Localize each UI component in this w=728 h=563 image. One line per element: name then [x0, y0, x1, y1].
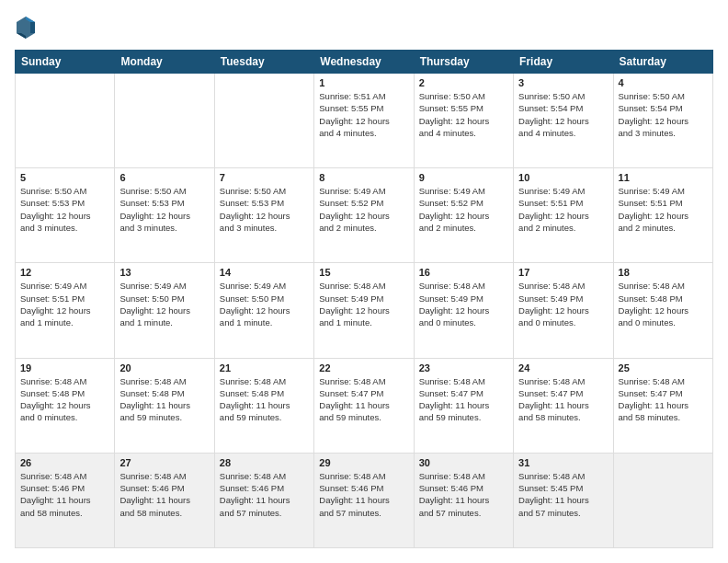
day-number: 6 — [119, 172, 209, 183]
day-info: Sunrise: 5:49 AM Sunset: 5:51 PM Dayligh… — [518, 185, 608, 234]
day-info: Sunrise: 5:48 AM Sunset: 5:46 PM Dayligh… — [220, 470, 309, 519]
calendar-header-sunday: Sunday — [16, 51, 115, 74]
day-info: Sunrise: 5:50 AM Sunset: 5:53 PM Dayligh… — [20, 185, 109, 234]
day-number: 16 — [419, 267, 508, 278]
day-number: 28 — [220, 457, 309, 468]
day-info: Sunrise: 5:48 AM Sunset: 5:47 PM Dayligh… — [419, 375, 508, 424]
calendar-cell: 20Sunrise: 5:48 AM Sunset: 5:48 PM Dayli… — [115, 358, 214, 453]
calendar-cell: 23Sunrise: 5:48 AM Sunset: 5:47 PM Dayli… — [414, 358, 513, 453]
calendar-header-monday: Monday — [115, 51, 214, 74]
day-number: 31 — [518, 457, 608, 468]
day-number: 7 — [220, 172, 309, 183]
calendar-cell: 18Sunrise: 5:48 AM Sunset: 5:48 PM Dayli… — [613, 263, 712, 358]
calendar-cell — [115, 74, 214, 168]
calendar-cell: 1Sunrise: 5:51 AM Sunset: 5:55 PM Daylig… — [314, 74, 414, 168]
day-number: 12 — [20, 267, 109, 278]
day-number: 11 — [619, 172, 708, 183]
day-number: 21 — [220, 362, 309, 373]
logo-icon — [15, 15, 37, 40]
day-number: 13 — [119, 267, 209, 278]
day-info: Sunrise: 5:48 AM Sunset: 5:46 PM Dayligh… — [419, 470, 508, 519]
calendar-cell: 2Sunrise: 5:50 AM Sunset: 5:55 PM Daylig… — [414, 74, 513, 168]
day-info: Sunrise: 5:50 AM Sunset: 5:53 PM Dayligh… — [119, 185, 209, 234]
calendar-cell: 16Sunrise: 5:48 AM Sunset: 5:49 PM Dayli… — [414, 263, 513, 358]
day-info: Sunrise: 5:48 AM Sunset: 5:46 PM Dayligh… — [20, 470, 109, 519]
day-info: Sunrise: 5:48 AM Sunset: 5:47 PM Dayligh… — [619, 375, 708, 424]
day-info: Sunrise: 5:48 AM Sunset: 5:49 PM Dayligh… — [419, 280, 508, 328]
calendar-cell: 29Sunrise: 5:48 AM Sunset: 5:46 PM Dayli… — [314, 453, 414, 547]
logo — [15, 15, 40, 40]
day-info: Sunrise: 5:49 AM Sunset: 5:51 PM Dayligh… — [20, 280, 109, 328]
day-number: 26 — [20, 457, 109, 468]
calendar-cell: 27Sunrise: 5:48 AM Sunset: 5:46 PM Dayli… — [115, 453, 214, 547]
calendar-cell — [16, 74, 115, 168]
day-number: 15 — [319, 267, 408, 278]
day-info: Sunrise: 5:49 AM Sunset: 5:52 PM Dayligh… — [419, 185, 508, 234]
calendar-cell: 17Sunrise: 5:48 AM Sunset: 5:49 PM Dayli… — [514, 263, 613, 358]
calendar-cell: 19Sunrise: 5:48 AM Sunset: 5:48 PM Dayli… — [16, 358, 115, 453]
calendar-cell: 26Sunrise: 5:48 AM Sunset: 5:46 PM Dayli… — [16, 453, 115, 547]
calendar-week-4: 26Sunrise: 5:48 AM Sunset: 5:46 PM Dayli… — [16, 453, 713, 547]
calendar-table: SundayMondayTuesdayWednesdayThursdayFrid… — [15, 50, 713, 548]
day-info: Sunrise: 5:48 AM Sunset: 5:49 PM Dayligh… — [319, 280, 408, 328]
calendar-cell: 9Sunrise: 5:49 AM Sunset: 5:52 PM Daylig… — [414, 168, 513, 263]
day-info: Sunrise: 5:49 AM Sunset: 5:52 PM Dayligh… — [319, 185, 408, 234]
day-info: Sunrise: 5:48 AM Sunset: 5:46 PM Dayligh… — [119, 470, 209, 519]
day-number: 1 — [319, 77, 408, 88]
calendar-header-row: SundayMondayTuesdayWednesdayThursdayFrid… — [16, 51, 713, 74]
calendar-cell: 28Sunrise: 5:48 AM Sunset: 5:46 PM Dayli… — [214, 453, 313, 547]
day-number: 14 — [220, 267, 309, 278]
day-info: Sunrise: 5:48 AM Sunset: 5:45 PM Dayligh… — [518, 470, 608, 519]
calendar-cell: 5Sunrise: 5:50 AM Sunset: 5:53 PM Daylig… — [16, 168, 115, 263]
day-number: 19 — [20, 362, 109, 373]
day-number: 23 — [419, 362, 508, 373]
day-number: 10 — [518, 172, 608, 183]
day-info: Sunrise: 5:48 AM Sunset: 5:48 PM Dayligh… — [619, 280, 708, 328]
calendar-cell: 15Sunrise: 5:48 AM Sunset: 5:49 PM Dayli… — [314, 263, 414, 358]
day-number: 5 — [20, 172, 109, 183]
day-number: 2 — [419, 77, 508, 88]
day-number: 17 — [518, 267, 608, 278]
calendar-cell: 10Sunrise: 5:49 AM Sunset: 5:51 PM Dayli… — [514, 168, 613, 263]
day-number: 9 — [419, 172, 508, 183]
day-number: 25 — [619, 362, 708, 373]
calendar-cell: 22Sunrise: 5:48 AM Sunset: 5:47 PM Dayli… — [314, 358, 414, 453]
calendar-header-thursday: Thursday — [414, 51, 513, 74]
calendar-cell: 12Sunrise: 5:49 AM Sunset: 5:51 PM Dayli… — [16, 263, 115, 358]
day-info: Sunrise: 5:49 AM Sunset: 5:50 PM Dayligh… — [119, 280, 209, 328]
day-info: Sunrise: 5:50 AM Sunset: 5:54 PM Dayligh… — [518, 90, 608, 139]
calendar-cell: 4Sunrise: 5:50 AM Sunset: 5:54 PM Daylig… — [613, 74, 712, 168]
day-number: 18 — [619, 267, 708, 278]
calendar-cell: 21Sunrise: 5:48 AM Sunset: 5:48 PM Dayli… — [214, 358, 313, 453]
svg-marker-2 — [30, 22, 35, 33]
calendar-cell: 7Sunrise: 5:50 AM Sunset: 5:53 PM Daylig… — [214, 168, 313, 263]
calendar-header-friday: Friday — [514, 51, 613, 74]
calendar-cell — [613, 453, 712, 547]
day-info: Sunrise: 5:48 AM Sunset: 5:48 PM Dayligh… — [119, 375, 209, 424]
day-info: Sunrise: 5:48 AM Sunset: 5:47 PM Dayligh… — [518, 375, 608, 424]
calendar-cell: 14Sunrise: 5:49 AM Sunset: 5:50 PM Dayli… — [214, 263, 313, 358]
calendar-header-tuesday: Tuesday — [214, 51, 313, 74]
day-number: 20 — [119, 362, 209, 373]
page: SundayMondayTuesdayWednesdayThursdayFrid… — [0, 0, 728, 563]
day-info: Sunrise: 5:48 AM Sunset: 5:49 PM Dayligh… — [518, 280, 608, 328]
calendar-week-1: 5Sunrise: 5:50 AM Sunset: 5:53 PM Daylig… — [16, 168, 713, 263]
calendar-cell: 8Sunrise: 5:49 AM Sunset: 5:52 PM Daylig… — [314, 168, 414, 263]
calendar-week-0: 1Sunrise: 5:51 AM Sunset: 5:55 PM Daylig… — [16, 74, 713, 168]
day-info: Sunrise: 5:50 AM Sunset: 5:54 PM Dayligh… — [619, 90, 708, 139]
calendar-cell: 6Sunrise: 5:50 AM Sunset: 5:53 PM Daylig… — [115, 168, 214, 263]
calendar-cell: 13Sunrise: 5:49 AM Sunset: 5:50 PM Dayli… — [115, 263, 214, 358]
day-info: Sunrise: 5:50 AM Sunset: 5:53 PM Dayligh… — [220, 185, 309, 234]
day-number: 24 — [518, 362, 608, 373]
calendar-cell — [214, 74, 313, 168]
day-number: 4 — [619, 77, 708, 88]
day-info: Sunrise: 5:48 AM Sunset: 5:48 PM Dayligh… — [220, 375, 309, 424]
day-number: 29 — [319, 457, 408, 468]
calendar-cell: 31Sunrise: 5:48 AM Sunset: 5:45 PM Dayli… — [514, 453, 613, 547]
day-info: Sunrise: 5:51 AM Sunset: 5:55 PM Dayligh… — [319, 90, 408, 139]
day-info: Sunrise: 5:48 AM Sunset: 5:47 PM Dayligh… — [319, 375, 408, 424]
calendar-cell: 3Sunrise: 5:50 AM Sunset: 5:54 PM Daylig… — [514, 74, 613, 168]
day-info: Sunrise: 5:49 AM Sunset: 5:51 PM Dayligh… — [619, 185, 708, 234]
calendar-header-wednesday: Wednesday — [314, 51, 414, 74]
calendar-header-saturday: Saturday — [613, 51, 712, 74]
